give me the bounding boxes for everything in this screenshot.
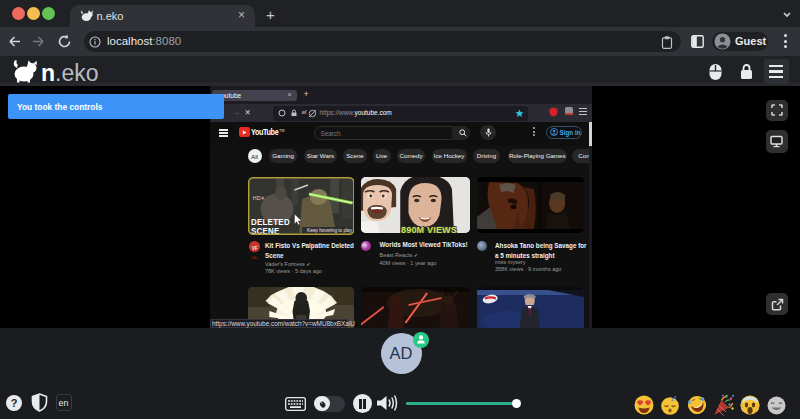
svg-text:HD✕: HD✕: [252, 195, 264, 201]
svg-text:Keep hovering to play: Keep hovering to play: [307, 228, 353, 233]
svg-text:z: z: [674, 395, 677, 400]
